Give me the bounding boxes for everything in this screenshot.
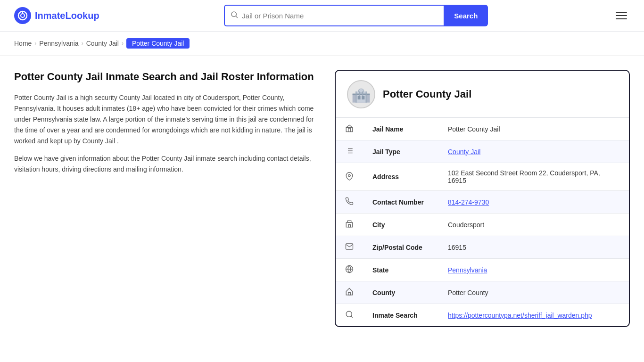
- table-row: Jail NamePotter County Jail: [336, 118, 629, 140]
- state-icon: [336, 259, 363, 281]
- row-link[interactable]: 814-274-9730: [448, 198, 489, 206]
- table-row: Jail TypeCounty Jail: [336, 140, 629, 163]
- table-row: CityCoudersport: [336, 214, 629, 236]
- svg-rect-6: [355, 91, 366, 102]
- page-heading: Potter County Jail Inmate Search and Jai…: [14, 70, 316, 84]
- row-label: Zip/Postal Code: [363, 236, 438, 259]
- phone-icon: [336, 191, 363, 214]
- breadcrumb-current: Potter County Jail: [126, 38, 190, 49]
- svg-marker-30: [346, 288, 353, 295]
- breadcrumb-county-jail[interactable]: County Jail: [86, 40, 119, 47]
- main-content: Potter County Jail Inmate Search and Jai…: [0, 56, 644, 341]
- search-bar: Search: [224, 5, 488, 26]
- row-label: Jail Name: [363, 118, 438, 140]
- breadcrumb-pennsylvania[interactable]: Pennsylvania: [39, 40, 78, 47]
- row-value: 102 East Second Street Room 22, Coudersp…: [438, 163, 629, 191]
- row-value: Coudersport: [438, 214, 629, 236]
- logo-icon: [14, 7, 31, 24]
- breadcrumb-sep-2: ›: [82, 40, 83, 47]
- table-row: CountyPotter County: [336, 281, 629, 304]
- row-link[interactable]: County Jail: [448, 148, 480, 156]
- list-icon: [336, 140, 363, 163]
- svg-rect-8: [362, 96, 364, 99]
- svg-rect-27: [348, 225, 351, 227]
- svg-point-1: [21, 14, 25, 17]
- row-link[interactable]: Pennsylvania: [448, 266, 487, 274]
- row-value[interactable]: Pennsylvania: [438, 259, 629, 281]
- svg-rect-31: [348, 293, 351, 295]
- jail-info-card: Potter County Jail Jail NamePotter Count…: [335, 70, 630, 327]
- search-button[interactable]: Search: [444, 5, 488, 26]
- jail-avatar: [347, 80, 375, 108]
- search-magnifier-icon: [231, 11, 238, 20]
- row-value: 16915: [438, 236, 629, 259]
- svg-rect-24: [347, 221, 351, 222]
- row-label: Jail Type: [363, 140, 438, 163]
- description-para-1: Potter County Jail is a high security Co…: [14, 92, 316, 147]
- table-row: Zip/Postal Code16915: [336, 236, 629, 259]
- row-label: Contact Number: [363, 191, 438, 214]
- svg-rect-11: [355, 91, 356, 102]
- row-label: Inmate Search: [363, 304, 438, 327]
- search-input-wrap: [224, 5, 444, 26]
- pin-icon: [336, 163, 363, 191]
- row-value: Potter County: [438, 281, 629, 304]
- svg-rect-12: [366, 91, 367, 102]
- row-link[interactable]: https://pottercountypa.net/sheriff_jail_…: [448, 312, 592, 319]
- row-label: State: [363, 259, 438, 281]
- zip-icon: [336, 236, 363, 259]
- row-label: Address: [363, 163, 438, 191]
- logo-text: InmateLookup: [35, 10, 99, 21]
- card-title: Potter County Jail: [383, 88, 471, 100]
- breadcrumb-home[interactable]: Home: [14, 40, 32, 47]
- svg-rect-7: [358, 96, 361, 99]
- breadcrumb: Home › Pennsylvania › County Jail › Pott…: [0, 32, 644, 56]
- row-label: City: [363, 214, 438, 236]
- svg-line-33: [351, 316, 352, 317]
- row-value[interactable]: 814-274-9730: [438, 191, 629, 214]
- svg-rect-14: [362, 91, 363, 96]
- left-panel: Potter County Jail Inmate Search and Jai…: [14, 70, 316, 327]
- search-icon: [336, 304, 363, 327]
- county-icon: [336, 281, 363, 304]
- breadcrumb-sep-3: ›: [122, 40, 124, 47]
- building-icon: [336, 118, 363, 140]
- info-table: Jail NamePotter County JailJail TypeCoun…: [336, 117, 629, 326]
- table-row: Contact Number814-274-9730: [336, 191, 629, 214]
- site-logo[interactable]: InmateLookup: [14, 7, 99, 24]
- city-icon: [336, 214, 363, 236]
- row-value[interactable]: https://pottercountypa.net/sheriff_jail_…: [438, 304, 629, 327]
- description-para-2: Below we have given information about th…: [14, 153, 316, 175]
- svg-line-4: [236, 16, 238, 17]
- svg-rect-10: [353, 94, 370, 95]
- svg-point-22: [348, 174, 351, 177]
- row-value: Potter County Jail: [438, 118, 629, 140]
- table-row: Address102 East Second Street Room 22, C…: [336, 163, 629, 191]
- table-row: StatePennsylvania: [336, 259, 629, 281]
- breadcrumb-sep-1: ›: [34, 40, 36, 47]
- svg-rect-13: [359, 91, 360, 96]
- table-row: Inmate Searchhttps://pottercountypa.net/…: [336, 304, 629, 327]
- search-input[interactable]: [242, 12, 438, 20]
- row-value[interactable]: County Jail: [438, 140, 629, 163]
- row-label: County: [363, 281, 438, 304]
- hamburger-menu[interactable]: [613, 9, 630, 22]
- card-header: Potter County Jail: [336, 71, 629, 117]
- svg-point-32: [346, 311, 352, 317]
